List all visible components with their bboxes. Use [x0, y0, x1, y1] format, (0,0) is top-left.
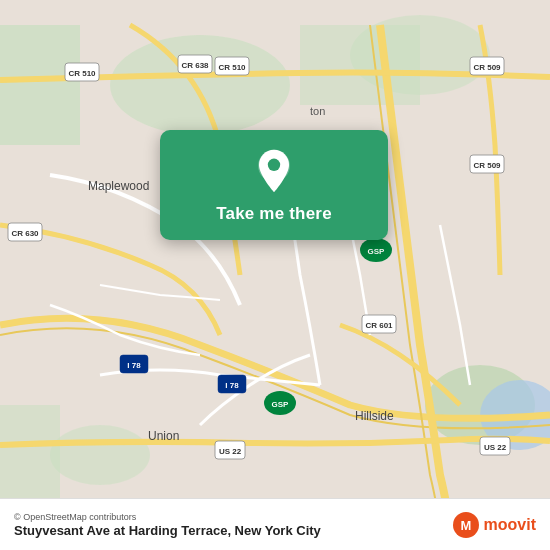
svg-text:I 78: I 78 — [225, 381, 239, 390]
svg-text:US 22: US 22 — [219, 447, 242, 456]
moovit-brand-icon: M — [452, 511, 480, 539]
svg-text:CR 638: CR 638 — [181, 61, 209, 70]
moovit-brand-text: moovit — [484, 516, 536, 534]
svg-text:GSP: GSP — [368, 247, 386, 256]
svg-text:M: M — [460, 518, 471, 533]
svg-text:Union: Union — [148, 429, 179, 443]
action-card: Take me there — [160, 130, 388, 240]
moovit-logo: M moovit — [452, 511, 536, 539]
svg-text:CR 509: CR 509 — [473, 63, 501, 72]
svg-text:CR 601: CR 601 — [365, 321, 393, 330]
svg-text:CR 509: CR 509 — [473, 161, 501, 170]
stop-name: Stuyvesant Ave at Harding Terrace, New Y… — [14, 523, 321, 538]
svg-rect-3 — [300, 25, 420, 105]
take-me-there-button[interactable]: Take me there — [216, 204, 332, 224]
bottom-left-info: © OpenStreetMap contributors Stuyvesant … — [14, 512, 321, 538]
svg-text:I 78: I 78 — [127, 361, 141, 370]
svg-text:GSP: GSP — [272, 400, 290, 409]
svg-text:CR 630: CR 630 — [11, 229, 39, 238]
svg-text:CR 510: CR 510 — [68, 69, 96, 78]
map-roads-svg: CR 510 CR 510 CR 638 CR 509 CR 509 CR 63… — [0, 0, 550, 550]
svg-point-39 — [268, 159, 280, 171]
svg-text:US 22: US 22 — [484, 443, 507, 452]
svg-text:CR 510: CR 510 — [218, 63, 246, 72]
map-container: CR 510 CR 510 CR 638 CR 509 CR 509 CR 63… — [0, 0, 550, 550]
osm-attribution: © OpenStreetMap contributors — [14, 512, 321, 522]
svg-text:ton: ton — [310, 105, 325, 117]
location-pin-icon — [251, 148, 297, 194]
svg-point-1 — [110, 35, 290, 135]
bottom-bar: © OpenStreetMap contributors Stuyvesant … — [0, 498, 550, 550]
svg-rect-0 — [0, 25, 80, 145]
svg-text:Maplewood: Maplewood — [88, 179, 149, 193]
svg-text:Hillside: Hillside — [355, 409, 394, 423]
svg-point-6 — [50, 425, 150, 485]
